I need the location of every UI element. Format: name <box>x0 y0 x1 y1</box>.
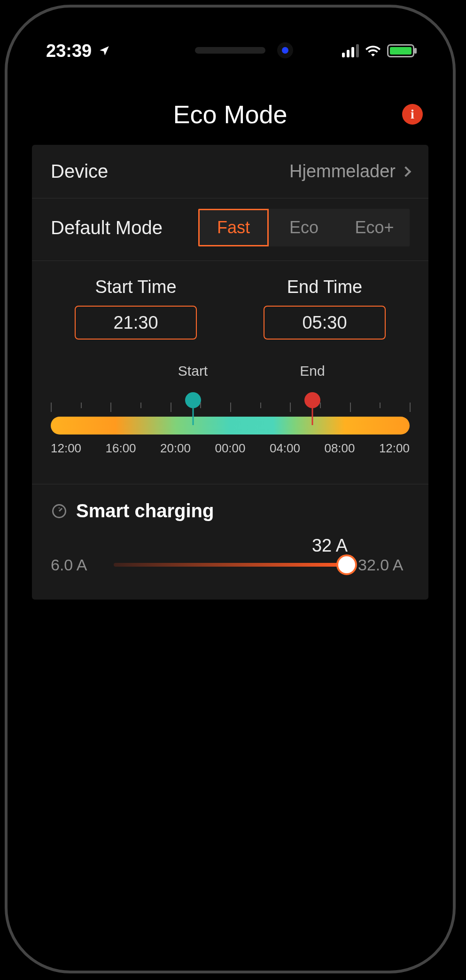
timeline-tick-label: 04:00 <box>270 441 300 456</box>
smart-charging-section: Smart charging 32 A 6.0 A 32.0 A <box>32 484 428 600</box>
timeline-end-tag: End <box>300 363 325 379</box>
page-title: Eco Mode <box>173 100 287 129</box>
slider-track <box>114 563 347 567</box>
cell-signal-icon <box>342 44 359 57</box>
device-row[interactable]: Device Hjemmelader <box>32 145 428 198</box>
slider-value-label: 32 A <box>312 536 348 556</box>
status-bar: 23:39 <box>13 27 447 74</box>
timeline-start-tag: Start <box>178 363 208 379</box>
phone-screen: 23:39 Eco Mode i Device Hj <box>13 13 447 965</box>
timeline-tick-label: 00:00 <box>215 441 245 456</box>
slider-thumb[interactable] <box>336 554 357 575</box>
device-value: Hjemmelader <box>289 161 410 182</box>
page-header: Eco Mode i <box>13 88 447 140</box>
timeline-axis: 12:0016:0020:0000:0004:0008:0012:00 <box>51 441 410 456</box>
settings-card: Device Hjemmelader Default Mode Fast Eco… <box>32 145 428 600</box>
chevron-right-icon <box>401 166 412 177</box>
slider-min-label: 6.0 A <box>51 556 102 574</box>
gauge-icon <box>51 503 68 520</box>
timeline-tick-label: 12:00 <box>51 441 81 456</box>
mode-option-fast[interactable]: Fast <box>198 209 269 246</box>
info-button[interactable]: i <box>402 104 423 125</box>
mode-row: Default Mode Fast Eco Eco+ <box>32 198 428 261</box>
mode-option-eco[interactable]: Eco <box>269 210 339 245</box>
timeline-tick-label: 20:00 <box>160 441 191 456</box>
location-icon <box>98 45 110 57</box>
mode-option-ecoplus[interactable]: Eco+ <box>339 210 410 245</box>
timeline-tick-label: 08:00 <box>324 441 355 456</box>
end-time-field[interactable]: 05:30 <box>264 306 386 340</box>
mode-label: Default Mode <box>51 217 163 238</box>
timeline-tick-label: 16:00 <box>105 441 136 456</box>
battery-icon <box>387 44 414 57</box>
time-section: Start Time 21:30 End Time 05:30 Start En… <box>32 261 428 484</box>
timeline-ticks <box>51 403 410 415</box>
current-slider[interactable] <box>114 555 347 574</box>
timeline: Start End 12:0016:0020:0000:0004:0008:00… <box>51 363 410 470</box>
timeline-bar <box>51 417 410 435</box>
start-time-field[interactable]: 21:30 <box>75 306 197 340</box>
slider-max-label: 32.0 A <box>358 556 410 574</box>
timeline-tick-label: 12:00 <box>379 441 410 456</box>
wifi-icon <box>365 45 381 56</box>
end-time-label: End Time <box>287 277 363 297</box>
start-time-label: Start Time <box>95 277 176 297</box>
device-label: Device <box>51 161 108 182</box>
status-time: 23:39 <box>46 41 92 61</box>
phone-frame: 23:39 Eco Mode i Device Hj <box>5 5 456 973</box>
mode-segmented: Fast Eco Eco+ <box>198 209 410 246</box>
smart-charging-title: Smart charging <box>76 500 214 522</box>
